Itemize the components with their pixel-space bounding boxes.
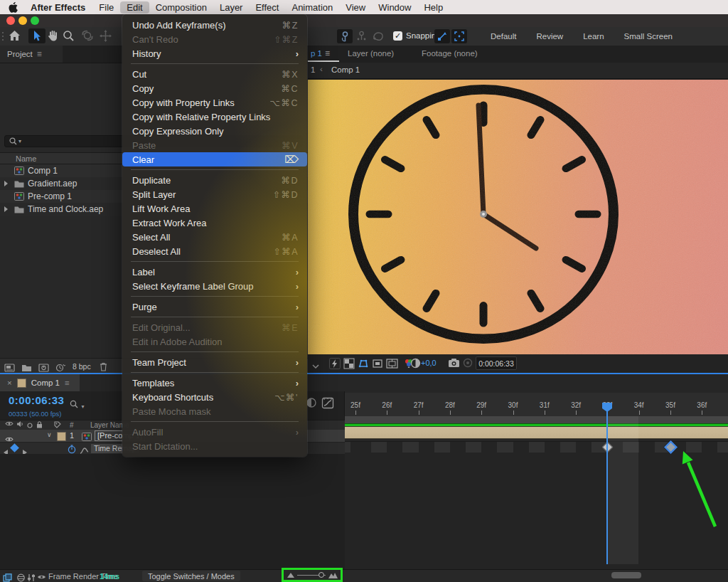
tab-footage[interactable]: Footage (none) (422, 49, 478, 58)
layer-duration-bar[interactable] (345, 426, 728, 439)
draft-3d-icon[interactable] (16, 572, 26, 582)
close-window-button[interactable] (6, 16, 15, 25)
horizontal-scrollbar-thumb[interactable] (611, 572, 641, 578)
camera-shy-icon[interactable] (37, 572, 46, 582)
menu-item-select-keyframe-label-group[interactable]: Select Keyframe Label Group› (122, 279, 307, 293)
tab-timeline-comp-1[interactable]: × Comp 1 ≡ (0, 374, 80, 391)
motion-blur-toggle-icon[interactable] (306, 397, 317, 411)
menu-item-duplicate[interactable]: Duplicate⌘D (122, 173, 307, 187)
menu-item-deselect-all[interactable]: Deselect All⇧⌘A (122, 244, 307, 258)
workspace-learn[interactable]: Learn (583, 32, 604, 41)
pan-behind-tool-icon[interactable] (100, 30, 112, 45)
menubar-item-animation[interactable]: Animation (285, 1, 339, 14)
menu-item-label[interactable]: Label› (122, 265, 307, 279)
snap-along-edges-button[interactable] (434, 29, 450, 43)
menubar-item-layer[interactable]: Layer (213, 1, 250, 14)
viewer-menu-chevron-icon[interactable] (312, 359, 319, 372)
workspace-review[interactable]: Review (536, 32, 563, 41)
snapping-checkbox[interactable]: ✓ (393, 31, 402, 41)
menu-item-keyboard-shortcuts[interactable]: Keyboard Shortcuts⌥⌘' (122, 390, 307, 404)
menu-item-split-layer[interactable]: Split Layer⇧⌘D (122, 187, 307, 201)
bit-depth-label[interactable]: 8 bpc (73, 362, 91, 371)
show-snapshot-icon[interactable] (462, 358, 473, 371)
timeline-panel-menu-icon[interactable]: ≡ (65, 379, 70, 387)
comp-panel-menu-icon[interactable]: ≡ (325, 48, 330, 58)
menubar-item-after-effects[interactable]: After Effects (23, 1, 92, 14)
graph-editor-icon[interactable] (321, 397, 334, 412)
solo-icon[interactable] (27, 422, 33, 430)
menu-item-cut[interactable]: Cut⌘X (122, 67, 307, 81)
menu-item-copy-with-property-links[interactable]: Copy with Property Links⌥⌘C (122, 95, 307, 110)
menu-item-extract-work-area[interactable]: Extract Work Area (122, 216, 307, 230)
selection-tool-button[interactable] (28, 28, 46, 43)
current-timecode[interactable]: 0:00:06:33 (9, 394, 64, 406)
menu-item-history[interactable]: History› (122, 46, 307, 60)
home-tool-icon[interactable] (9, 30, 21, 44)
playhead-marker[interactable] (601, 402, 613, 413)
apple-menu-icon[interactable] (9, 2, 18, 13)
menu-item-copy[interactable]: Copy⌘C (122, 81, 307, 95)
menubar-item-composition[interactable]: Composition (149, 1, 213, 14)
snap-to-features-button[interactable] (451, 29, 467, 43)
menu-item-lift-work-area[interactable]: Lift Work Area (122, 201, 307, 216)
menubar-item-file[interactable]: File (92, 1, 120, 14)
layer-expand-chevron-icon[interactable]: ∨ (47, 431, 52, 438)
menubar-item-view[interactable]: View (339, 1, 372, 14)
tab-comp-1[interactable]: p 1 (311, 49, 322, 58)
safe-margins-icon[interactable] (386, 358, 398, 372)
menubar-item-effect[interactable]: Effect (249, 1, 285, 14)
exposure-icon[interactable] (410, 358, 421, 371)
composition-viewport[interactable] (308, 80, 728, 354)
live-update-icon[interactable] (3, 572, 12, 582)
zoom-in-mountain-icon[interactable] (328, 571, 338, 578)
zoom-window-button[interactable] (31, 16, 39, 25)
timeline-search-icon[interactable]: ▾ (70, 398, 84, 411)
orbit-camera-tool-icon[interactable] (81, 30, 95, 45)
add-keyframe-diamond-icon[interactable] (10, 443, 19, 453)
hand-tool-icon[interactable] (47, 30, 59, 45)
viewer-timecode[interactable]: 0:00:06:33 (476, 356, 517, 370)
zoom-tool-icon[interactable] (63, 30, 75, 45)
menubar-item-window[interactable]: Window (372, 1, 417, 14)
panel-menu-icon[interactable]: ≡ (37, 49, 42, 59)
audio-speaker-icon[interactable] (16, 420, 23, 429)
lock-icon[interactable] (36, 421, 43, 430)
menu-item-templates[interactable]: Templates› (122, 376, 307, 390)
menu-item-copy-expression-only[interactable]: Copy Expression Only (122, 124, 307, 138)
panel-focus-divider[interactable] (0, 373, 728, 374)
zoom-out-mountain-icon[interactable] (287, 572, 294, 578)
roto-brush-tool-icon[interactable] (373, 31, 384, 44)
workspace-small-screen[interactable]: Small Screen (624, 32, 673, 41)
time-ruler[interactable]: 25f26f27f28f29f30f31f32f33f34f35f36f (345, 393, 728, 417)
close-tab-icon[interactable]: × (7, 379, 12, 387)
menu-item-team-project[interactable]: Team Project› (122, 355, 307, 369)
fast-preview-icon[interactable] (329, 358, 341, 372)
playhead-line[interactable] (606, 411, 608, 564)
zoom-slider-knob[interactable] (318, 572, 324, 578)
tab-project[interactable]: Project ≡ (0, 46, 63, 63)
zoom-slider-track[interactable] (297, 575, 326, 576)
snapshot-camera-icon[interactable] (448, 358, 460, 371)
layer-color-swatch[interactable] (57, 432, 66, 441)
breadcrumb-prev[interactable]: 1 (311, 65, 315, 74)
menu-item-clear[interactable]: Clear⌦ (122, 152, 307, 166)
tab-layer[interactable]: Layer (none) (348, 49, 394, 58)
menu-item-copy-with-relative-property-links[interactable]: Copy with Relative Property Links (122, 110, 307, 124)
timeline-zoom-slider[interactable] (282, 568, 343, 582)
exposure-value[interactable]: +0,0 (421, 359, 437, 367)
puppet-pin-tool-button[interactable] (337, 29, 353, 43)
disclosure-triangle-icon[interactable] (4, 181, 8, 186)
minimize-window-button[interactable] (18, 16, 27, 25)
menubar-item-help[interactable]: Help (417, 1, 449, 14)
puppet-advanced-pin-icon[interactable] (357, 31, 366, 44)
disclosure-triangle-icon[interactable] (4, 206, 8, 212)
switches-icon[interactable] (27, 572, 36, 582)
mask-visibility-icon[interactable] (358, 358, 369, 372)
menu-item-select-all[interactable]: Select All⌘A (122, 230, 307, 244)
video-eye-icon[interactable] (5, 420, 14, 428)
region-of-interest-icon[interactable] (372, 358, 383, 372)
menu-item-purge[interactable]: Purge› (122, 300, 307, 314)
workspace-default[interactable]: Default (491, 32, 516, 41)
layer-number-column-header[interactable]: # (70, 421, 74, 429)
menubar-item-edit[interactable]: Edit (120, 1, 149, 14)
